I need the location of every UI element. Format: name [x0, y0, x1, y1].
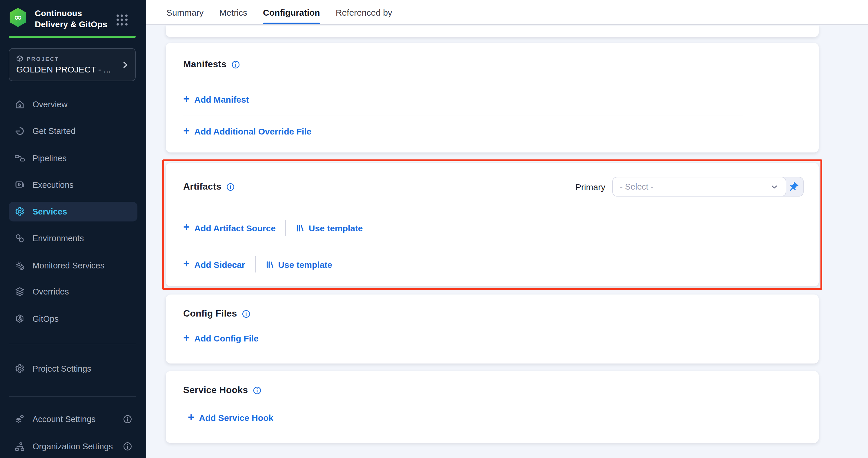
page-tabbar: Summary Metrics Configuration Referenced… — [146, 0, 868, 25]
sidebar-item-monitored-services[interactable]: Monitored Services — [9, 256, 137, 275]
sidebar-item-project-settings[interactable]: Project Settings — [9, 359, 137, 378]
select-placeholder: - Select - — [620, 182, 770, 191]
module-accent-rule — [9, 36, 136, 37]
harness-cd-logo: ∞ — [9, 7, 27, 27]
tab-summary[interactable]: Summary — [166, 0, 204, 24]
pin-icon — [787, 181, 799, 193]
account-layers-gear-icon — [14, 414, 25, 424]
add-additional-override-file-button[interactable]: + Add Additional Override File — [183, 126, 311, 136]
vertical-separator — [285, 220, 286, 236]
info-icon[interactable] — [231, 60, 240, 69]
info-icon[interactable] — [252, 386, 261, 395]
manifests-section: Manifests + Add Manifest + Add Additiona… — [166, 43, 819, 152]
get-started-icon — [14, 126, 25, 136]
use-template-artifact-button[interactable]: Use template — [296, 223, 363, 233]
artifacts-highlight-wrapper: Artifacts Primary - Select - — [166, 163, 819, 286]
sidebar-item-label: Services — [32, 207, 67, 216]
add-config-file-button[interactable]: + Add Config File — [183, 333, 258, 343]
gear-icon — [14, 364, 25, 374]
sidebar-item-label: Organization Settings — [32, 442, 113, 451]
sidebar-item-organization-settings[interactable]: Organization Settings — [9, 436, 137, 456]
module-grid-icon[interactable] — [117, 14, 130, 28]
sidebar-item-label: Executions — [32, 180, 74, 190]
service-hooks-title: Service Hooks — [183, 385, 261, 395]
sidebar-item-label: Account Settings — [32, 415, 96, 424]
monitored-services-icon — [14, 260, 25, 271]
add-manifest-button[interactable]: + Add Manifest — [183, 94, 249, 104]
plus-icon: + — [183, 223, 190, 232]
tab-metrics[interactable]: Metrics — [219, 0, 247, 24]
primary-artifact-label: Primary — [576, 182, 605, 192]
manifests-divider — [183, 115, 743, 115]
sidebar-item-label: GitOps — [32, 314, 59, 324]
manifests-title: Manifests — [183, 59, 240, 69]
info-icon[interactable] — [123, 442, 132, 451]
executions-icon — [14, 180, 25, 190]
sidebar-item-label: Overview — [32, 100, 67, 109]
plus-icon: + — [183, 94, 190, 103]
sidebar-item-label: Get Started — [32, 126, 75, 136]
info-icon[interactable] — [123, 415, 132, 424]
sidebar-divider — [9, 396, 136, 397]
sidebar-item-get-started[interactable]: Get Started — [9, 121, 137, 141]
sidebar-item-label: Pipelines — [32, 154, 67, 163]
info-icon[interactable] — [226, 182, 235, 191]
template-library-icon — [296, 223, 305, 232]
services-gear-icon — [14, 206, 25, 217]
sidebar-item-services[interactable]: Services — [9, 202, 137, 221]
add-service-hook-button[interactable]: + Add Service Hook — [188, 413, 273, 423]
sidebar-item-environments[interactable]: Environments — [9, 228, 137, 248]
add-artifact-source-button[interactable]: + Add Artifact Source — [183, 223, 276, 233]
use-template-sidecar-button[interactable]: Use template — [265, 259, 332, 269]
plus-icon: + — [183, 333, 190, 342]
vertical-separator — [255, 256, 255, 273]
tab-configuration[interactable]: Configuration — [263, 0, 320, 24]
page: ∞ Continuous Delivery & GitOps PROJECT G… — [0, 0, 868, 458]
sidebar-item-label: Environments — [32, 234, 84, 243]
sidebar-item-overrides[interactable]: Overrides — [9, 282, 137, 302]
org-chart-gear-icon — [14, 441, 25, 452]
cube-icon — [16, 55, 23, 62]
project-name: GOLDEN PROJECT - ... — [16, 64, 128, 74]
environments-hexagons-icon — [14, 233, 25, 244]
plus-icon: + — [188, 413, 194, 422]
sidebar-item-account-settings[interactable]: Account Settings — [9, 409, 137, 429]
main-area: Summary Metrics Configuration Referenced… — [146, 0, 868, 458]
plus-icon: + — [183, 126, 190, 135]
chevron-right-icon — [121, 61, 129, 69]
sidebar-item-pipelines[interactable]: Pipelines — [9, 148, 137, 168]
service-hooks-section: Service Hooks + Add Service Hook — [166, 371, 819, 443]
sidebar-divider — [9, 344, 136, 344]
template-library-icon — [265, 260, 274, 269]
pipelines-icon — [14, 153, 25, 163]
sidebar-item-overview[interactable]: Overview — [9, 94, 137, 114]
chevron-down-icon — [770, 182, 779, 191]
info-icon[interactable] — [242, 309, 250, 318]
tab-referenced-by[interactable]: Referenced by — [336, 0, 392, 24]
overrides-layers-icon — [14, 286, 25, 297]
artifacts-title: Artifacts — [183, 181, 235, 192]
svg-text:∞: ∞ — [14, 11, 22, 23]
config-files-title: Config Files — [183, 308, 250, 319]
artifacts-section: Artifacts Primary - Select - — [166, 163, 819, 286]
sidebar-item-gitops[interactable]: GitOps — [9, 309, 137, 329]
gitops-icon — [14, 314, 25, 324]
primary-artifact-select[interactable]: - Select - — [612, 177, 786, 196]
sidebar: ∞ Continuous Delivery & GitOps PROJECT G… — [0, 0, 146, 458]
sidebar-item-executions[interactable]: Executions — [9, 175, 137, 195]
previous-section-card-partial — [166, 26, 819, 37]
home-icon — [14, 99, 25, 110]
project-eyebrow: PROJECT — [27, 55, 59, 62]
sidebar-item-label: Overrides — [32, 287, 69, 296]
app-title: Continuous Delivery & GitOps — [35, 8, 110, 30]
sidebar-item-label: Project Settings — [32, 364, 91, 373]
config-files-section: Config Files + Add Config File — [166, 295, 819, 364]
add-sidecar-button[interactable]: + Add Sidecar — [183, 259, 245, 269]
sidebar-item-label: Monitored Services — [32, 261, 104, 270]
configuration-scroll-area[interactable]: Manifests + Add Manifest + Add Additiona… — [146, 25, 868, 458]
project-selector[interactable]: PROJECT GOLDEN PROJECT - ... — [9, 48, 136, 81]
plus-icon: + — [183, 259, 190, 268]
